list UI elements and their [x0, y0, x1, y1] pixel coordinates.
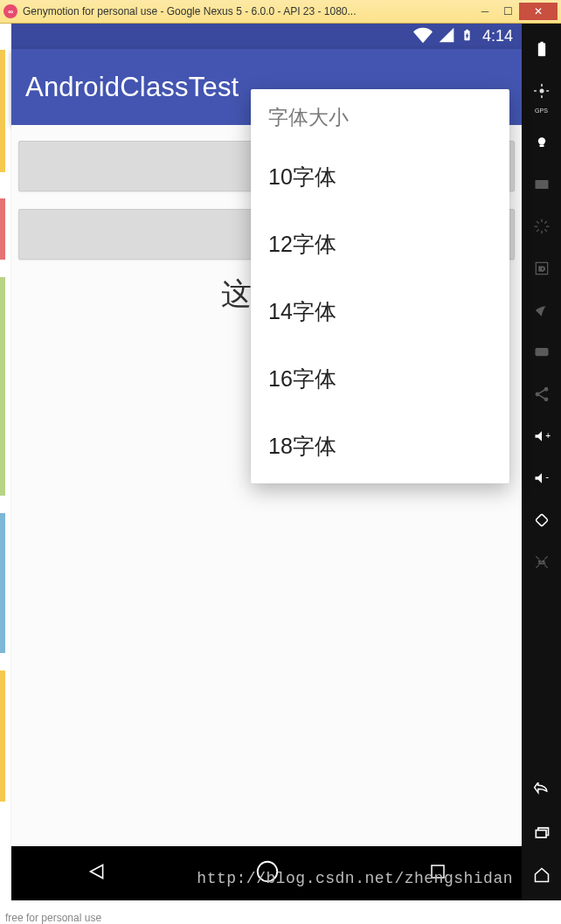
sms-icon[interactable]	[529, 339, 555, 365]
minimize-button[interactable]: ─	[474, 3, 496, 20]
watermark-text: http://blog.csdn.net/zhengshidan	[197, 870, 513, 887]
svg-point-11	[544, 351, 545, 353]
emulator-sidebar: GPS ID + - 1:1	[522, 24, 561, 900]
app-title: AndroidClassTest	[25, 72, 239, 103]
svg-point-2	[539, 89, 544, 94]
share-icon[interactable]	[529, 381, 555, 407]
popup-title: 字体大小	[251, 89, 509, 143]
svg-point-10	[541, 351, 543, 353]
popup-item-10[interactable]: 10字体	[251, 143, 509, 211]
svg-rect-17	[535, 514, 547, 526]
svg-point-12	[544, 388, 547, 391]
genymotion-icon: ∞	[3, 4, 17, 18]
remote-icon[interactable]	[529, 213, 555, 240]
popup-item-18[interactable]: 18字体	[251, 413, 509, 480]
signal-icon	[438, 26, 455, 47]
font-size-popup: 字体大小 10字体 12字体 14字体 16字体 18字体	[251, 89, 509, 483]
battery-charging-icon	[461, 25, 474, 48]
rotate-button[interactable]	[529, 507, 555, 533]
pixel-perfect-icon[interactable]: 1:1	[529, 549, 555, 575]
nav-recents-button[interactable]	[529, 820, 555, 846]
svg-point-3	[537, 137, 544, 144]
camera-icon[interactable]	[529, 129, 555, 156]
svg-text:-: -	[545, 470, 549, 482]
gps-icon[interactable]	[529, 78, 555, 104]
svg-point-14	[544, 398, 547, 400]
network-icon[interactable]	[529, 297, 555, 323]
device-bottom: free for personal use	[0, 900, 561, 924]
volume-down-button[interactable]: -	[529, 465, 555, 491]
svg-rect-4	[539, 145, 544, 148]
close-button[interactable]: ✕	[519, 3, 558, 20]
identifier-icon[interactable]: ID	[529, 255, 555, 281]
free-use-text: free for personal use	[5, 912, 101, 924]
maximize-button[interactable]: ☐	[496, 3, 519, 20]
android-status-bar: 4:14	[11, 24, 522, 49]
svg-point-13	[536, 393, 538, 395]
gps-label: GPS	[535, 108, 548, 114]
popup-item-16[interactable]: 16字体	[251, 345, 509, 413]
window-titlebar: ∞ Genymotion for personal use - Google N…	[0, 0, 561, 24]
popup-item-12[interactable]: 12字体	[251, 211, 509, 278]
status-time: 4:14	[482, 27, 513, 45]
window-title: Genymotion for personal use - Google Nex…	[23, 5, 474, 17]
popup-item-14[interactable]: 14字体	[251, 278, 509, 345]
back-button[interactable]	[85, 860, 107, 886]
svg-point-9	[537, 351, 539, 353]
volume-up-button[interactable]: +	[529, 423, 555, 449]
svg-text:+: +	[545, 431, 551, 441]
svg-text:1:1: 1:1	[537, 559, 544, 565]
wifi-icon	[413, 25, 433, 48]
battery-icon[interactable]	[529, 36, 555, 62]
nav-back-button[interactable]	[529, 778, 555, 804]
svg-rect-19	[536, 830, 546, 837]
nav-home-button[interactable]	[529, 862, 555, 888]
capture-icon[interactable]	[529, 171, 555, 198]
svg-rect-5	[535, 180, 548, 189]
device-side-left	[0, 24, 11, 900]
svg-text:ID: ID	[538, 265, 545, 273]
